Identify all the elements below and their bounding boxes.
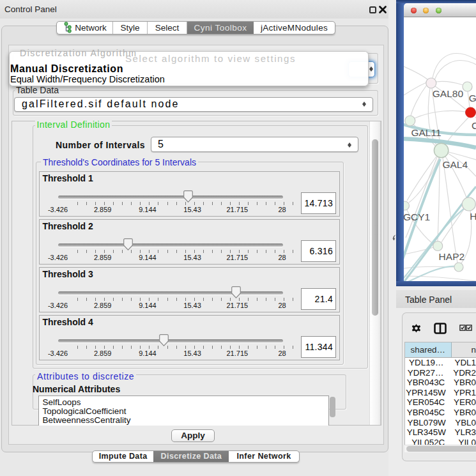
svg-text:GCY1: GCY1	[404, 211, 430, 222]
svg-text:GAL11: GAL11	[411, 127, 441, 138]
svg-text:GAL4: GAL4	[442, 159, 468, 170]
svg-text:C: C	[472, 120, 476, 131]
svg-text:HAP2: HAP2	[439, 251, 465, 262]
svg-text:GA: GA	[469, 93, 476, 104]
svg-text:H: H	[470, 211, 476, 222]
svg-text:GAL80: GAL80	[433, 88, 464, 99]
